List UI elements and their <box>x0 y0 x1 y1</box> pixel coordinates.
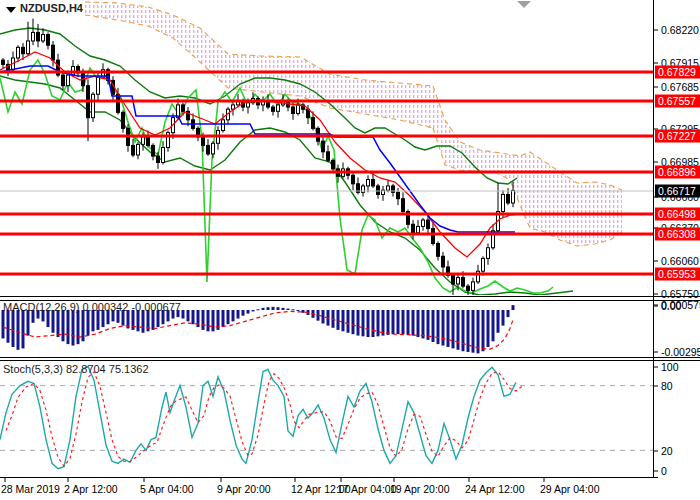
time-tick-label: 17 Apr 04:00 <box>337 483 397 495</box>
macd-histogram-bar <box>192 310 195 324</box>
candle-body <box>37 32 40 41</box>
price-tick-label: 0.67685 <box>661 81 699 93</box>
candle-body <box>122 112 125 128</box>
time-scale[interactable]: 28 Mar 20192 Apr 12:005 Apr 04:009 Apr 2… <box>1 477 600 495</box>
candle-body <box>132 145 135 155</box>
candle-body <box>482 258 485 271</box>
macd-histogram-bar <box>417 310 420 337</box>
sr-price-tag-label: 0.66498 <box>658 208 696 220</box>
macd-histogram-bar <box>512 305 515 310</box>
candle-body <box>247 103 250 107</box>
candle-body <box>432 229 435 244</box>
candle-body <box>417 226 420 232</box>
macd-histogram-bar <box>272 307 275 310</box>
macd-scale-label: -0.002953 <box>661 346 700 358</box>
macd-histogram-bar <box>367 310 370 337</box>
macd-histogram-bar <box>262 308 265 310</box>
time-tick-label: 28 Mar 2019 <box>1 483 60 495</box>
candle-body <box>402 199 405 212</box>
candle-body <box>452 275 455 284</box>
candle-body <box>487 248 490 259</box>
candle-body <box>212 143 215 154</box>
macd-histogram-bar <box>352 310 355 334</box>
macd-histogram-bar <box>297 310 300 311</box>
macd-histogram-bar <box>402 310 405 334</box>
macd-histogram-bar <box>342 310 345 331</box>
time-tick-label: 29 Apr 04:00 <box>540 483 600 495</box>
macd-histogram-bar <box>442 310 445 346</box>
candle-body <box>422 220 425 226</box>
time-tick-label: 24 Apr 12:00 <box>465 483 525 495</box>
ichimoku-cloud <box>433 86 622 246</box>
macd-histogram-bar <box>302 310 305 313</box>
candle-body <box>97 77 100 94</box>
macd-histogram-bar <box>22 310 25 348</box>
macd-histogram-bar <box>452 310 455 348</box>
macd-histogram-bar <box>412 310 415 336</box>
candle-body <box>22 47 25 53</box>
macd-histogram-bar <box>12 310 15 347</box>
macd-histogram-bar <box>497 310 500 333</box>
chart-canvas[interactable]: 0.682200.679150.676850.672950.669850.666… <box>0 0 700 500</box>
macd-histogram-bar <box>397 310 400 334</box>
macd-histogram-bar <box>247 310 250 314</box>
sr-price-tag-label: 0.67227 <box>658 130 696 142</box>
candle-body <box>182 105 185 111</box>
trading-chart-window: 0.682200.679150.676850.672950.669850.666… <box>0 0 700 500</box>
macd-histogram-bar <box>362 310 365 336</box>
time-tick-label: 2 Apr 12:00 <box>64 483 118 495</box>
stoch-scale-label: 80 <box>661 380 673 392</box>
macd-histogram-bar <box>2 310 5 338</box>
time-tick-label: 5 Apr 04:00 <box>140 483 194 495</box>
main-price-panel[interactable] <box>0 1 653 299</box>
candle-body <box>157 156 160 162</box>
symbol-dropdown-icon[interactable] <box>6 7 16 13</box>
ichimoku-cloud <box>85 2 433 128</box>
macd-histogram-bar <box>372 310 375 337</box>
candle-body <box>312 118 315 129</box>
candle-body <box>207 145 210 154</box>
macd-histogram-bar <box>87 310 90 336</box>
candle-body <box>272 107 275 111</box>
macd-histogram-bar <box>232 310 235 321</box>
macd-histogram-bar <box>252 310 255 311</box>
candle-body <box>277 105 280 111</box>
sr-price-tag-label: 0.65953 <box>658 268 696 280</box>
stoch-indicator-label: Stoch(5,3,3) 82.8704 75.1362 <box>3 363 149 375</box>
candle-body <box>412 224 415 233</box>
candle-body <box>437 243 440 256</box>
candle-body <box>52 45 55 60</box>
price-scale[interactable]: 0.682200.679150.676850.672950.669850.666… <box>653 24 700 477</box>
macd-histogram-bar <box>337 310 340 330</box>
candle-body <box>117 94 120 112</box>
chart-shift-marker-icon[interactable] <box>517 1 531 8</box>
candle-body <box>512 191 515 203</box>
candle-body <box>152 145 155 156</box>
macd-histogram-bar <box>457 310 460 350</box>
macd-histogram-bar <box>57 310 60 337</box>
stoch-panel[interactable] <box>0 366 653 469</box>
candle-body <box>332 160 335 169</box>
macd-histogram-bar <box>202 310 205 330</box>
macd-histogram-bar <box>507 310 510 317</box>
candle-body <box>42 35 45 41</box>
macd-histogram-bar <box>282 308 285 310</box>
macd-histogram-bar <box>287 309 290 310</box>
candle-body <box>162 148 165 163</box>
candle-body <box>27 41 30 54</box>
candle-body <box>2 60 5 64</box>
macd-histogram-bar <box>242 310 245 316</box>
macd-histogram-bar <box>322 310 325 324</box>
candle-body <box>92 94 95 117</box>
macd-histogram-bar <box>447 310 450 347</box>
candle-body <box>142 137 145 144</box>
macd-histogram-bar <box>427 310 430 340</box>
candle-body <box>327 152 330 161</box>
candle-body <box>67 75 70 86</box>
macd-histogram-bar <box>92 310 95 331</box>
macd-histogram-bar <box>52 310 55 333</box>
macd-histogram-bar <box>77 310 80 344</box>
macd-histogram-bar <box>72 310 75 346</box>
symbol-label[interactable]: NZDUSD,H4 <box>20 2 83 14</box>
fast-green-line <box>0 60 553 293</box>
